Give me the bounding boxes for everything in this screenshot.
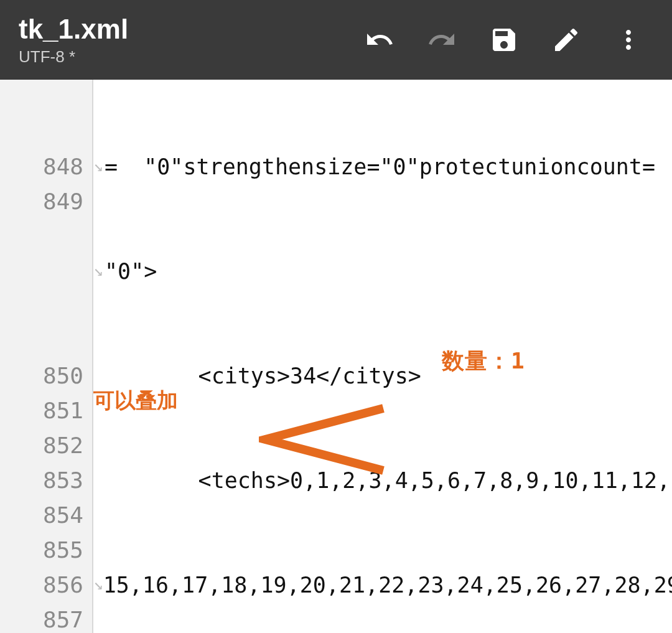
more-button[interactable] <box>597 9 660 71</box>
filename: tk_1.xml <box>19 14 128 45</box>
save-icon <box>489 25 519 55</box>
gutter-line: 850 <box>0 359 83 393</box>
gutter-line <box>0 324 83 359</box>
save-button[interactable] <box>473 9 535 71</box>
code-line[interactable]: <citys>34</citys> <box>93 359 672 393</box>
gutter-line: 857 <box>0 603 83 633</box>
wrap-indicator-icon <box>93 253 105 288</box>
code-line[interactable]: "0"> <box>93 254 672 289</box>
app-header: tk_1.xml UTF-8 * <box>0 0 672 80</box>
gutter-line: 849 <box>0 184 83 219</box>
line-gutter: 848 849 850 851 852 853 854 855 856 857 … <box>0 80 93 633</box>
redo-button[interactable] <box>411 9 473 71</box>
gutter-line <box>0 289 83 324</box>
editor-area[interactable]: 848 849 850 851 852 853 854 855 856 857 … <box>0 80 672 633</box>
gutter-line: 855 <box>0 533 83 568</box>
code-line[interactable]: <techs>0,1,2,3,4,5,6,7,8,9,10,11,12,13,1… <box>93 463 672 498</box>
undo-icon <box>365 25 394 55</box>
wrap-indicator-icon <box>93 148 105 183</box>
gutter-line: 851 <box>0 393 83 428</box>
gutter-line: 854 <box>0 498 83 533</box>
gutter-line <box>0 254 83 289</box>
gutter-line: 848 <box>0 149 83 184</box>
gutter-line: 852 <box>0 428 83 463</box>
gutter-line <box>0 219 83 254</box>
more-vert-icon <box>614 25 643 55</box>
edit-icon <box>551 25 581 55</box>
edit-button[interactable] <box>535 9 597 71</box>
code-content[interactable]: = "0"strengthensize="0"protectunioncount… <box>93 80 672 633</box>
redo-icon <box>427 25 457 55</box>
encoding-label: UTF-8 * <box>19 47 128 67</box>
gutter-line: 856 <box>0 568 83 603</box>
code-line[interactable]: 15,16,17,18,19,20,21,22,23,24,25,26,27,2… <box>93 568 672 603</box>
gutter-line <box>0 80 83 115</box>
code-line[interactable]: = "0"strengthensize="0"protectunioncount… <box>93 149 672 184</box>
title-block: tk_1.xml UTF-8 * <box>19 14 128 67</box>
gutter-line: 853 <box>0 463 83 498</box>
wrap-indicator-icon <box>93 566 103 601</box>
undo-button[interactable] <box>348 9 411 71</box>
gutter-line <box>0 115 83 149</box>
